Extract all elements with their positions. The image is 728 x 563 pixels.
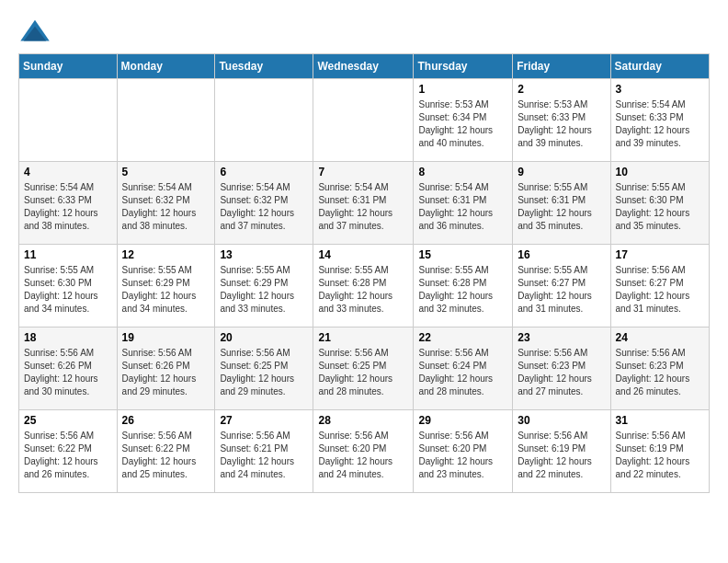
day-info: Sunrise: 5:54 AM Sunset: 6:33 PM Dayligh…: [616, 98, 704, 150]
day-info: Sunrise: 5:55 AM Sunset: 6:29 PM Dayligh…: [122, 264, 210, 316]
day-number: 12: [122, 248, 210, 261]
calendar-cell: 16Sunrise: 5:55 AM Sunset: 6:27 PM Dayli…: [513, 245, 610, 327]
calendar-cell: 22Sunrise: 5:56 AM Sunset: 6:24 PM Dayli…: [414, 327, 513, 410]
logo-icon: [18, 18, 51, 44]
calendar-cell: 5Sunrise: 5:54 AM Sunset: 6:32 PM Daylig…: [117, 162, 215, 245]
calendar-cell: 26Sunrise: 5:56 AM Sunset: 6:22 PM Dayli…: [117, 410, 215, 493]
calendar-cell: 27Sunrise: 5:56 AM Sunset: 6:21 PM Dayli…: [215, 410, 313, 493]
weekday-header-saturday: Saturday: [610, 54, 709, 79]
calendar-week-row: 4Sunrise: 5:54 AM Sunset: 6:33 PM Daylig…: [19, 162, 710, 245]
weekday-header-monday: Monday: [117, 54, 215, 79]
calendar-cell: [313, 79, 414, 162]
day-info: Sunrise: 5:56 AM Sunset: 6:20 PM Dayligh…: [318, 430, 408, 481]
day-number: 11: [24, 248, 112, 261]
day-number: 9: [518, 166, 605, 178]
day-info: Sunrise: 5:55 AM Sunset: 6:28 PM Dayligh…: [418, 264, 507, 316]
day-info: Sunrise: 5:54 AM Sunset: 6:33 PM Dayligh…: [24, 181, 112, 233]
calendar-cell: [19, 79, 118, 162]
day-info: Sunrise: 5:56 AM Sunset: 6:19 PM Dayligh…: [518, 430, 605, 481]
calendar-cell: 7Sunrise: 5:54 AM Sunset: 6:31 PM Daylig…: [313, 162, 414, 245]
calendar-cell: 15Sunrise: 5:55 AM Sunset: 6:28 PM Dayli…: [414, 245, 513, 327]
day-info: Sunrise: 5:56 AM Sunset: 6:26 PM Dayligh…: [24, 347, 112, 398]
calendar-cell: 14Sunrise: 5:55 AM Sunset: 6:28 PM Dayli…: [313, 245, 414, 327]
calendar-cell: 23Sunrise: 5:56 AM Sunset: 6:23 PM Dayli…: [513, 327, 610, 410]
calendar-cell: [117, 79, 215, 162]
day-number: 27: [220, 414, 308, 427]
day-info: Sunrise: 5:56 AM Sunset: 6:22 PM Dayligh…: [24, 430, 112, 481]
day-info: Sunrise: 5:56 AM Sunset: 6:22 PM Dayligh…: [122, 430, 210, 481]
calendar-cell: 13Sunrise: 5:55 AM Sunset: 6:29 PM Dayli…: [215, 245, 313, 327]
weekday-header-wednesday: Wednesday: [313, 54, 414, 79]
calendar-cell: 6Sunrise: 5:54 AM Sunset: 6:32 PM Daylig…: [215, 162, 313, 245]
calendar-table: SundayMondayTuesdayWednesdayThursdayFrid…: [18, 53, 710, 493]
page-header: [18, 18, 710, 44]
day-info: Sunrise: 5:56 AM Sunset: 6:19 PM Dayligh…: [616, 430, 704, 481]
day-number: 19: [122, 331, 210, 344]
day-info: Sunrise: 5:56 AM Sunset: 6:20 PM Dayligh…: [418, 430, 507, 481]
day-number: 7: [318, 166, 408, 178]
day-number: 20: [220, 331, 308, 344]
day-info: Sunrise: 5:56 AM Sunset: 6:24 PM Dayligh…: [418, 347, 507, 398]
calendar-week-row: 25Sunrise: 5:56 AM Sunset: 6:22 PM Dayli…: [19, 410, 710, 493]
day-info: Sunrise: 5:56 AM Sunset: 6:26 PM Dayligh…: [122, 347, 210, 398]
calendar-cell: 29Sunrise: 5:56 AM Sunset: 6:20 PM Dayli…: [414, 410, 513, 493]
day-number: 16: [518, 248, 605, 261]
calendar-cell: 19Sunrise: 5:56 AM Sunset: 6:26 PM Dayli…: [117, 327, 215, 410]
day-number: 22: [418, 331, 507, 344]
calendar-cell: 17Sunrise: 5:56 AM Sunset: 6:27 PM Dayli…: [610, 245, 709, 327]
weekday-header-sunday: Sunday: [19, 54, 118, 79]
day-number: 23: [518, 331, 605, 344]
day-number: 13: [220, 248, 308, 261]
day-number: 31: [616, 414, 704, 427]
calendar-cell: 11Sunrise: 5:55 AM Sunset: 6:30 PM Dayli…: [19, 245, 118, 327]
logo: [18, 18, 57, 44]
day-number: 28: [318, 414, 408, 427]
day-info: Sunrise: 5:54 AM Sunset: 6:31 PM Dayligh…: [418, 181, 507, 233]
weekday-header-row: SundayMondayTuesdayWednesdayThursdayFrid…: [19, 54, 710, 79]
day-info: Sunrise: 5:55 AM Sunset: 6:29 PM Dayligh…: [220, 264, 308, 316]
day-info: Sunrise: 5:56 AM Sunset: 6:27 PM Dayligh…: [616, 264, 704, 316]
day-number: 29: [418, 414, 507, 427]
day-info: Sunrise: 5:56 AM Sunset: 6:21 PM Dayligh…: [220, 430, 308, 481]
day-info: Sunrise: 5:56 AM Sunset: 6:23 PM Dayligh…: [518, 347, 605, 398]
day-number: 4: [24, 166, 112, 178]
day-number: 5: [122, 166, 210, 178]
calendar-week-row: 1Sunrise: 5:53 AM Sunset: 6:34 PM Daylig…: [19, 79, 710, 162]
calendar-week-row: 11Sunrise: 5:55 AM Sunset: 6:30 PM Dayli…: [19, 245, 710, 327]
calendar-cell: 31Sunrise: 5:56 AM Sunset: 6:19 PM Dayli…: [610, 410, 709, 493]
day-number: 8: [418, 166, 507, 178]
calendar-week-row: 18Sunrise: 5:56 AM Sunset: 6:26 PM Dayli…: [19, 327, 710, 410]
day-number: 30: [518, 414, 605, 427]
day-info: Sunrise: 5:54 AM Sunset: 6:31 PM Dayligh…: [318, 181, 408, 233]
day-number: 1: [418, 83, 507, 96]
calendar-cell: 30Sunrise: 5:56 AM Sunset: 6:19 PM Dayli…: [513, 410, 610, 493]
day-info: Sunrise: 5:54 AM Sunset: 6:32 PM Dayligh…: [122, 181, 210, 233]
day-number: 14: [318, 248, 408, 261]
calendar-cell: 10Sunrise: 5:55 AM Sunset: 6:30 PM Dayli…: [610, 162, 709, 245]
day-info: Sunrise: 5:54 AM Sunset: 6:32 PM Dayligh…: [220, 181, 308, 233]
calendar-cell: 1Sunrise: 5:53 AM Sunset: 6:34 PM Daylig…: [414, 79, 513, 162]
day-number: 17: [616, 248, 704, 261]
day-info: Sunrise: 5:53 AM Sunset: 6:34 PM Dayligh…: [418, 98, 507, 150]
day-info: Sunrise: 5:55 AM Sunset: 6:31 PM Dayligh…: [518, 181, 605, 233]
day-number: 24: [616, 331, 704, 344]
day-info: Sunrise: 5:53 AM Sunset: 6:33 PM Dayligh…: [518, 98, 605, 150]
day-info: Sunrise: 5:56 AM Sunset: 6:25 PM Dayligh…: [220, 347, 308, 398]
calendar-cell: 3Sunrise: 5:54 AM Sunset: 6:33 PM Daylig…: [610, 79, 709, 162]
day-number: 15: [418, 248, 507, 261]
day-number: 21: [318, 331, 408, 344]
calendar-cell: 4Sunrise: 5:54 AM Sunset: 6:33 PM Daylig…: [19, 162, 118, 245]
calendar-cell: 9Sunrise: 5:55 AM Sunset: 6:31 PM Daylig…: [513, 162, 610, 245]
calendar-cell: 12Sunrise: 5:55 AM Sunset: 6:29 PM Dayli…: [117, 245, 215, 327]
day-info: Sunrise: 5:56 AM Sunset: 6:25 PM Dayligh…: [318, 347, 408, 398]
weekday-header-friday: Friday: [513, 54, 610, 79]
calendar-cell: [215, 79, 313, 162]
calendar-cell: 28Sunrise: 5:56 AM Sunset: 6:20 PM Dayli…: [313, 410, 414, 493]
day-info: Sunrise: 5:55 AM Sunset: 6:30 PM Dayligh…: [616, 181, 704, 233]
calendar-cell: 20Sunrise: 5:56 AM Sunset: 6:25 PM Dayli…: [215, 327, 313, 410]
calendar-cell: 2Sunrise: 5:53 AM Sunset: 6:33 PM Daylig…: [513, 79, 610, 162]
calendar-cell: 25Sunrise: 5:56 AM Sunset: 6:22 PM Dayli…: [19, 410, 118, 493]
day-number: 6: [220, 166, 308, 178]
calendar-header: SundayMondayTuesdayWednesdayThursdayFrid…: [19, 54, 710, 79]
day-number: 10: [616, 166, 704, 178]
